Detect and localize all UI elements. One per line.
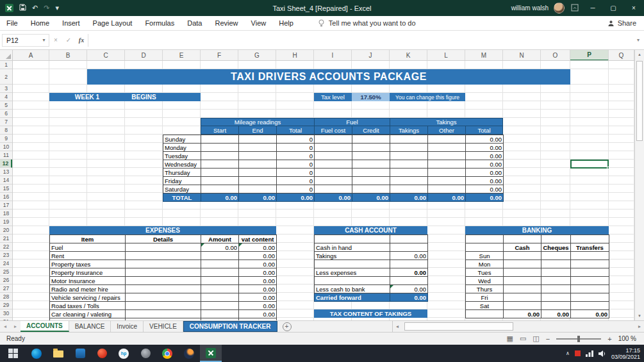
zoom-in-icon[interactable]: +	[607, 335, 611, 343]
expense-details-cell[interactable]	[126, 277, 201, 285]
banking-day-cell[interactable]: Tues	[466, 268, 504, 277]
name-box[interactable]: P12 ▾	[2, 34, 49, 47]
worksheet-grid[interactable]: ABCDEFGHIJKLMNOPQ 1234567891011121314151…	[0, 50, 644, 320]
zoom-slider-thumb[interactable]	[577, 336, 580, 342]
column-header[interactable]: D	[125, 50, 163, 61]
total-cell[interactable]: 0.00	[239, 193, 277, 202]
ribbon-tab[interactable]: Home	[24, 16, 56, 30]
vertical-scrollbar-thumb[interactable]	[636, 61, 643, 141]
cell[interactable]	[428, 185, 466, 193]
cell[interactable]	[239, 169, 277, 177]
row-header[interactable]: 8	[0, 126, 12, 135]
close-button[interactable]: ×	[623, 0, 644, 16]
ribbon-tab[interactable]: Page Layout	[87, 16, 139, 30]
fill-handle[interactable]	[607, 167, 609, 169]
expense-details-cell[interactable]	[126, 243, 201, 252]
cash-value-cell[interactable]	[390, 260, 428, 268]
cell[interactable]	[239, 144, 277, 152]
formula-input[interactable]	[88, 34, 632, 47]
customize-qat-icon[interactable]: ▾	[55, 4, 59, 12]
cell[interactable]	[315, 135, 352, 144]
expense-vat-cell[interactable]: 0.00	[239, 277, 277, 285]
name-box-dropdown-icon[interactable]: ▾	[39, 37, 49, 43]
ribbon-tab[interactable]: Help	[272, 16, 300, 30]
cell[interactable]	[315, 185, 352, 193]
cell[interactable]	[315, 169, 352, 177]
start-button[interactable]	[0, 345, 26, 362]
expenses-header-amount[interactable]: Amount	[201, 235, 239, 243]
col-header-total2[interactable]: Total	[466, 126, 502, 134]
column-header[interactable]: A	[13, 50, 49, 61]
expense-details-cell[interactable]	[126, 285, 201, 293]
ribbon-tab[interactable]: Insert	[56, 16, 87, 30]
cell[interactable]	[428, 135, 466, 144]
col-header-credit[interactable]: Credit	[352, 126, 390, 134]
col-header-end[interactable]: End	[239, 126, 277, 134]
cell[interactable]	[201, 160, 239, 169]
banking-total-transfers[interactable]: 0.00	[571, 310, 609, 318]
banking-day-cell[interactable]: Wed	[466, 277, 504, 285]
expense-details-cell[interactable]	[126, 260, 201, 268]
expense-item-cell[interactable]: Property Insurance	[50, 268, 126, 277]
expense-vat-cell[interactable]: 0.00	[239, 302, 277, 310]
cell[interactable]	[239, 135, 277, 144]
cell[interactable]	[201, 152, 239, 160]
cell[interactable]	[466, 243, 504, 252]
column-header[interactable]: Q	[609, 50, 634, 61]
expense-amount-cell[interactable]	[201, 252, 239, 260]
row-header[interactable]: 9	[0, 135, 12, 143]
sheet-tab[interactable]: VEHICLE	[144, 321, 183, 332]
row-header[interactable]: 17	[0, 201, 12, 210]
redo-icon[interactable]: ↷	[44, 4, 49, 12]
mileage-total-cell[interactable]: 0	[277, 152, 315, 160]
column-header[interactable]: M	[465, 50, 503, 61]
cell[interactable]	[541, 260, 571, 268]
tax-level-value-cell[interactable]: 17.50%	[352, 93, 390, 101]
mileage-total-cell[interactable]: 0	[277, 185, 315, 193]
volume-icon[interactable]	[599, 350, 606, 357]
takings-group-header[interactable]: Takings	[390, 119, 502, 126]
cell[interactable]	[504, 268, 541, 277]
cash-value-cell[interactable]: 0.00	[390, 293, 428, 302]
cell[interactable]	[571, 252, 609, 260]
total-cell[interactable]: 0.00	[390, 193, 428, 202]
row-header[interactable]: 28	[0, 293, 12, 301]
day-label-cell[interactable]: Saturday	[163, 185, 201, 193]
cell[interactable]	[201, 135, 239, 144]
new-sheet-button[interactable]: +	[283, 322, 292, 331]
expense-item-cell[interactable]: Road taxes / Tolls	[50, 302, 126, 310]
expense-item-cell[interactable]: Car cleaning / valeting	[50, 310, 126, 318]
cell[interactable]	[571, 235, 609, 243]
row-header[interactable]: 4	[0, 93, 12, 101]
row-header[interactable]: 30	[0, 309, 12, 318]
day-label-cell[interactable]: Wednesday	[163, 160, 201, 169]
select-all-corner[interactable]	[0, 50, 13, 61]
expense-amount-cell[interactable]: 0.00	[201, 243, 239, 252]
cell[interactable]	[390, 152, 428, 160]
row-header[interactable]: 24	[0, 259, 12, 268]
day-label-cell[interactable]: Thursday	[163, 169, 201, 177]
excel-taskbar-icon[interactable]	[200, 345, 222, 362]
day-total-cell[interactable]: 0.00	[466, 169, 504, 177]
total-cell[interactable]: 0.00	[428, 193, 466, 202]
row-header[interactable]: 13	[0, 168, 12, 176]
cash-value-cell[interactable]	[390, 235, 428, 243]
expense-vat-cell[interactable]: 0.00	[239, 260, 277, 268]
expense-details-cell[interactable]	[126, 268, 201, 277]
expense-vat-cell[interactable]: 0.00	[239, 243, 277, 252]
acrobat-icon[interactable]	[91, 345, 113, 362]
ribbon-tab[interactable]: Data	[181, 16, 208, 30]
expense-item-cell[interactable]: Motor Insurance	[50, 277, 126, 285]
cell[interactable]	[428, 160, 466, 169]
banking-day-cell[interactable]: Thurs	[466, 285, 504, 293]
cell[interactable]	[571, 293, 609, 302]
network-signal-icon[interactable]	[586, 350, 593, 357]
maximize-button[interactable]: ▢	[603, 0, 623, 16]
antivirus-icon[interactable]	[575, 350, 581, 356]
day-total-cell[interactable]: 0.00	[466, 152, 504, 160]
row-header[interactable]: 27	[0, 284, 12, 293]
expense-amount-cell[interactable]	[201, 260, 239, 268]
chrome-icon[interactable]	[156, 345, 178, 362]
col-header-other[interactable]: Other	[428, 126, 466, 134]
expense-details-cell[interactable]	[126, 252, 201, 260]
